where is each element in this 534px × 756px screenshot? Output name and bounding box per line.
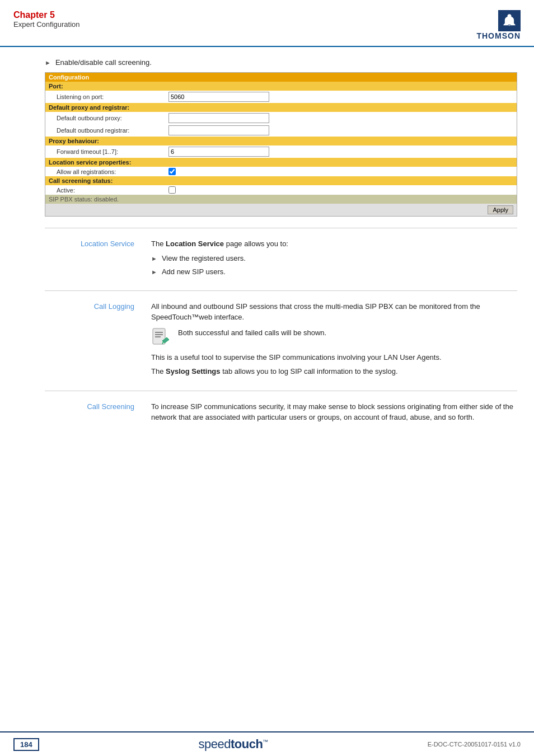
location-service-bold: Location Service (166, 240, 224, 248)
bullet-arrow-icon-3: ► (151, 267, 157, 277)
chapter-title: Chapter 5 (13, 10, 80, 20)
apply-button[interactable]: Apply (488, 205, 513, 214)
location-bullet-1: ► View the registered users. (151, 253, 517, 264)
config-title: Configuration (45, 73, 517, 82)
config-row-active: Active: (45, 185, 517, 195)
trademark-symbol: ™ (263, 739, 268, 745)
logo-bold-text: touch (231, 737, 263, 751)
divider-3 (45, 391, 517, 391)
config-checkbox-allow-registrations[interactable] (168, 168, 176, 175)
call-logging-note-text: Both successful and failed calls will be… (178, 327, 326, 339)
location-bullet-text-2: Add new SIP users. (162, 266, 226, 278)
config-row-allow-registrations: Allow all registrations: (45, 167, 517, 176)
config-section-proxy: Default proxy and registrar: (45, 103, 517, 112)
call-logging-para2: This is a useful tool to supervise the S… (151, 352, 517, 363)
page-number: 184 (13, 738, 39, 751)
logo-regular-text: speedtouch™ (199, 737, 268, 751)
divider-2 (45, 290, 517, 291)
call-logging-para1: All inbound and outbound SIP sessions th… (151, 301, 517, 323)
location-service-intro: The Location Service page allows you to: (151, 238, 517, 250)
divider-1 (45, 228, 517, 228)
page-header: Chapter 5 Expert Configuration THOMSON (0, 0, 534, 47)
location-bullet-2: ► Add new SIP users. (151, 266, 517, 278)
chapter-subtitle: Expert Configuration (13, 20, 80, 29)
thomson-logo: THOMSON (476, 10, 521, 40)
config-input-port[interactable] (168, 92, 269, 102)
config-label-forward-timeout: Forward timeout [1..7]: (57, 148, 168, 155)
config-label-outbound-proxy: Default outbound proxy: (57, 115, 168, 121)
config-section-port: Port: (45, 82, 517, 91)
main-content: ► Enable/disable call screening. Configu… (0, 47, 534, 443)
intro-bullet-section: ► Enable/disable call screening. (45, 58, 517, 67)
bell-icon (502, 13, 517, 29)
bullet-arrow-icon: ► (45, 59, 51, 66)
brand-name: THOMSON (476, 31, 521, 40)
intro-bullet-item: ► Enable/disable call screening. (45, 58, 517, 67)
config-input-forward-timeout[interactable] (168, 147, 269, 157)
config-row-listening: Listening on port: (45, 91, 517, 103)
location-service-body: The Location Service page allows you to:… (151, 238, 517, 280)
config-input-outbound-registrar[interactable] (168, 125, 269, 135)
config-label-outbound-registrar: Default outbound registrar: (57, 127, 168, 134)
intro-bullet-text: Enable/disable call screening. (55, 58, 152, 67)
speedtouch-logo: speedtouch™ (199, 737, 268, 752)
call-logging-note-area: Both successful and failed calls will be… (151, 327, 517, 348)
page-footer: 184 speedtouch™ E-DOC-CTC-20051017-0151 … (0, 731, 534, 756)
syslog-settings-bold: Syslog Settings (166, 367, 221, 375)
config-section-call-screening: Call screening status: (45, 176, 517, 185)
call-screening-label: Call Screening (45, 401, 134, 426)
config-section-proxy-behaviour: Proxy behaviour: (45, 137, 517, 145)
apply-row: Apply (45, 204, 517, 216)
config-row-outbound-registrar: Default outbound registrar: (45, 124, 517, 137)
configuration-box: Configuration Port: Listening on port: D… (45, 72, 517, 217)
config-input-outbound-proxy[interactable] (168, 113, 269, 123)
doc-reference: E-DOC-CTC-20051017-0151 v1.0 (428, 741, 521, 748)
config-section-location: Location service properties: (45, 158, 517, 167)
note-icon (151, 327, 171, 348)
note-svg-icon (151, 327, 171, 348)
call-logging-body: All inbound and outbound SIP sessions th… (151, 301, 517, 381)
config-label-active: Active: (57, 187, 168, 194)
call-logging-label: Call Logging (45, 301, 134, 381)
config-row-outbound-proxy: Default outbound proxy: (45, 112, 517, 124)
location-bullet-text-1: View the registered users. (162, 253, 246, 264)
call-logging-section: Call Logging All inbound and outbound SI… (45, 301, 517, 381)
config-row-forward-timeout: Forward timeout [1..7]: (45, 145, 517, 158)
bullet-arrow-icon-2: ► (151, 254, 157, 264)
call-screening-section: Call Screening To increase SIP communica… (45, 401, 517, 426)
config-checkbox-active[interactable] (168, 186, 176, 194)
config-label-listening: Listening on port: (57, 93, 168, 100)
location-service-label: Location Service (45, 238, 134, 280)
config-label-allow-registrations: Allow all registrations: (57, 168, 168, 175)
thomson-icon (498, 10, 521, 31)
config-status-bar: SIP PBX status: disabled. (45, 195, 517, 204)
call-logging-para3: The Syslog Settings tab allows you to lo… (151, 366, 517, 377)
header-left: Chapter 5 Expert Configuration (13, 10, 80, 29)
call-screening-para1: To increase SIP communications security,… (151, 401, 517, 423)
call-screening-body: To increase SIP communications security,… (151, 401, 517, 426)
location-service-section: Location Service The Location Service pa… (45, 238, 517, 280)
header-right: THOMSON (476, 10, 521, 40)
